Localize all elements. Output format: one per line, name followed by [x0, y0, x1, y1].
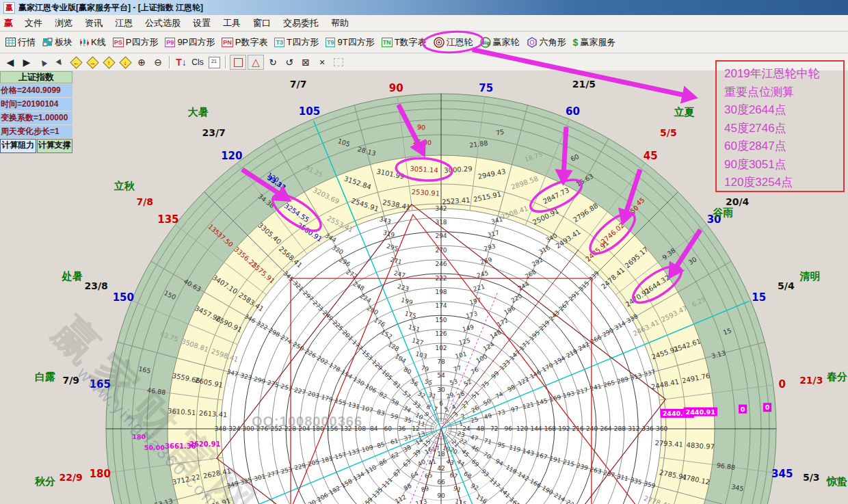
measure-button[interactable]: T↓ [174, 55, 189, 69]
triangle-tool-icon: △ [252, 56, 260, 68]
toolbar-item-P数字表[interactable]: PNP数字表 [218, 35, 271, 50]
svg-text:288: 288 [614, 425, 626, 432]
svg-text:105: 105 [299, 105, 320, 118]
rotate-wheel-right-button[interactable]: ▼ [52, 55, 67, 69]
svg-text:21/3: 21/3 [799, 375, 823, 386]
svg-text:192: 192 [558, 425, 570, 432]
rotate-wheel-left-button[interactable]: ▲ [36, 55, 51, 69]
menu-item-窗口[interactable]: 窗口 [247, 16, 277, 31]
rotate-ccw-icon: ↺ [285, 57, 293, 68]
menu-item-资讯[interactable]: 资讯 [79, 16, 109, 31]
menu-item-浏览[interactable]: 浏览 [49, 16, 79, 31]
zoom-in-button[interactable]: ⊕ [134, 55, 149, 69]
svg-text:立秋: 立秋 [114, 180, 135, 192]
toolbar-item-K线[interactable]: K线 [76, 35, 109, 50]
svg-text:156: 156 [326, 425, 338, 432]
rotate-ccw-button[interactable]: ↺ [282, 55, 297, 69]
svg-text:318: 318 [435, 219, 447, 226]
menu-item-公式选股[interactable]: 公式选股 [139, 16, 187, 31]
calendar-button[interactable]: 21 [207, 55, 222, 69]
triangle-tool-button[interactable]: △ [248, 55, 264, 70]
svg-text:6: 6 [439, 400, 443, 407]
menu-item-帮助[interactable]: 帮助 [325, 16, 355, 31]
annotation-line-1: 重要点位测算 [724, 83, 843, 102]
svg-text:处暑: 处暑 [62, 270, 83, 282]
svg-text:204: 204 [298, 425, 310, 432]
svg-text:秋分: 秋分 [34, 475, 55, 488]
toolbar-item-label: T四方形 [287, 36, 319, 49]
toolbar-item-label: P数字表 [235, 36, 268, 49]
svg-text:66: 66 [437, 479, 445, 486]
toolbar-item-行情[interactable]: 行情 [2, 35, 39, 50]
svg-text:144: 144 [530, 425, 542, 432]
calc-resistance-button[interactable]: 计算阻力 [0, 139, 36, 153]
screen-tool-icon [334, 58, 343, 66]
titlebar: 赢 赢家江恩专业版[赢家服务平台] - [上证指数 江恩轮] [0, 0, 848, 15]
svg-text:345: 345 [771, 468, 793, 480]
svg-text:白露: 白露 [35, 371, 55, 383]
menu-item-江恩[interactable]: 江恩 [109, 16, 139, 31]
toolbar-item-赢家轮[interactable]: Big赢家轮 [477, 35, 523, 50]
t3-badge-icon: T3 [274, 38, 284, 47]
next-button[interactable]: ▶ [19, 55, 34, 69]
toolbar-item-label: 赢家服务 [580, 36, 615, 49]
toolbar-item-板块[interactable]: 板块 [39, 35, 76, 50]
svg-text:126: 126 [435, 330, 447, 337]
svg-text:120: 120 [516, 425, 528, 432]
toolbar-item-9P四方形[interactable]: P99P四方形 [161, 35, 218, 50]
toolbar-item-P四方形[interactable]: PSP四方形 [109, 35, 162, 50]
rotate-cw-icon: ↻ [269, 57, 277, 68]
sector-blocks-icon [42, 38, 53, 47]
calendar-icon: 21 [209, 57, 220, 68]
svg-text:0: 0 [765, 403, 770, 411]
screen-tool-button[interactable] [331, 55, 346, 69]
pn-badge-icon: PN [222, 38, 233, 47]
pan-up-button[interactable]: ↑ [101, 55, 116, 69]
info-row-0: 价格=2440.9099 [0, 84, 72, 97]
svg-text:264: 264 [600, 425, 611, 432]
rotate-wheel-left-icon: ▲ [36, 55, 51, 69]
toolbar-item-9T四方形[interactable]: T99T四方形 [322, 35, 378, 50]
svg-text:174: 174 [435, 302, 447, 309]
menu-item-设置[interactable]: 设置 [187, 16, 217, 31]
toolbar-item-T数字表[interactable]: TNT数字表 [378, 35, 430, 50]
menu-item-文件[interactable]: 文件 [18, 16, 49, 31]
pan-down-button[interactable]: ↓ [118, 55, 133, 69]
annotation-line-6: 120度3254点 [724, 174, 843, 192]
svg-text:252: 252 [270, 425, 282, 432]
toolbar-item-label: 行情 [18, 36, 36, 49]
collapse-button[interactable]: × [315, 55, 330, 69]
svg-text:50.00: 50.00 [144, 444, 165, 451]
ps-badge-icon: PS [113, 38, 124, 47]
square-tool-button[interactable] [230, 55, 246, 70]
cls-button[interactable]: Cls [190, 55, 205, 69]
svg-text:18: 18 [437, 451, 445, 457]
toolbar-item-label: 板块 [55, 36, 72, 49]
next-icon: ▶ [23, 57, 31, 68]
menu-item-工具[interactable]: 工具 [217, 16, 247, 31]
svg-text:大暑: 大暑 [188, 106, 209, 118]
calc-support-button[interactable]: 计算支撑 [37, 139, 73, 153]
svg-text:7/8: 7/8 [136, 196, 153, 207]
pan-left-button-icon: ← [70, 56, 82, 68]
box-x-button[interactable]: ⊠ [298, 55, 313, 69]
prev-button[interactable]: ◀ [3, 55, 18, 69]
svg-text:108: 108 [354, 425, 366, 432]
svg-text:42: 42 [437, 465, 445, 472]
toolbar-item-六角形[interactable]: 六角形 [523, 35, 570, 50]
svg-text:春分: 春分 [826, 371, 847, 383]
pan-left-button[interactable]: ← [68, 55, 83, 69]
square-tool-icon [234, 58, 243, 67]
svg-text:150: 150 [435, 317, 447, 323]
pan-right-button[interactable]: → [85, 55, 100, 69]
svg-text:0: 0 [778, 378, 785, 390]
menu-item-交易委托[interactable]: 交易委托 [277, 16, 325, 31]
toolbar-item-赢家服务[interactable]: $赢家服务 [570, 35, 620, 50]
toolbar-item-T四方形[interactable]: T3T四方形 [271, 35, 321, 50]
zoom-out-button[interactable]: ⊖ [150, 55, 165, 69]
toolbar-item-江恩轮[interactable]: 江恩轮 [430, 35, 477, 50]
svg-text:276: 276 [256, 425, 268, 432]
svg-text:75: 75 [495, 128, 505, 137]
rotate-cw-button[interactable]: ↻ [265, 55, 280, 69]
svg-text:谷雨: 谷雨 [713, 207, 734, 219]
